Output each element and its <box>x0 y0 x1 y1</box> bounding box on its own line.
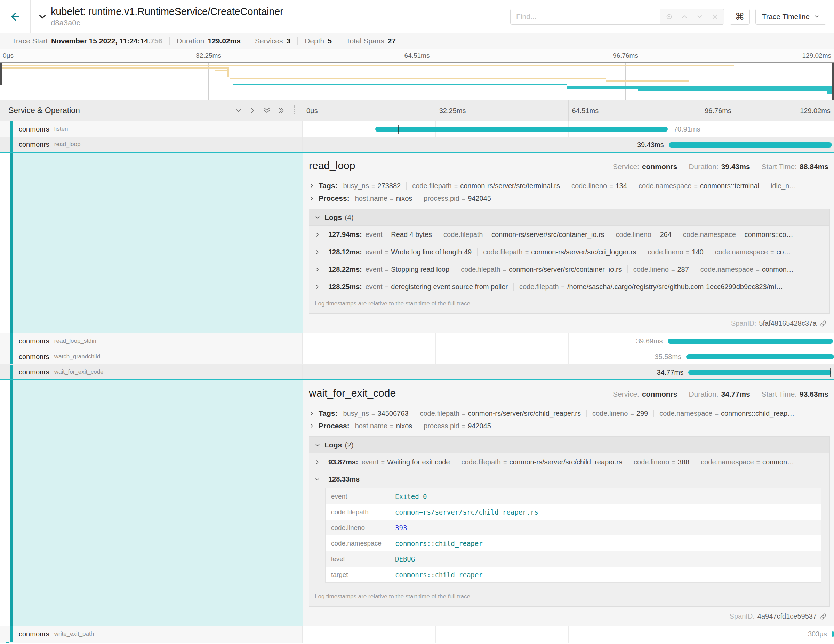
keyboard-shortcuts-button[interactable]: ⌘ <box>730 9 750 25</box>
summary-label: Duration <box>177 37 204 45</box>
detail-meta-item: Duration:39.43ms <box>683 162 750 171</box>
log-field-pair: code.lineno=264 <box>610 231 677 238</box>
detail-body: read_loop Service:conmonrsDuration:39.43… <box>302 153 834 333</box>
tags-row[interactable]: Tags: busy_ns=273882code.filepath=conmon… <box>309 181 830 190</box>
summary-value: 5 <box>328 37 332 45</box>
summary-value: November 15 2022, 11:24:14 <box>51 37 148 45</box>
back-button[interactable] <box>0 0 31 33</box>
span-detail-title: wait_for_exit_code <box>309 387 396 399</box>
span-detail-title: read_loop <box>309 160 355 172</box>
trace-summary-item: Duration129.02ms <box>170 37 247 45</box>
log-field-pair: code.filepath=/home/sascha/.cargo/regist… <box>513 283 789 291</box>
log-field-value: conmon−rs/server/src/child_reaper.rs <box>395 508 538 516</box>
logs-footnote: Log timestamps are relative to the start… <box>309 295 829 314</box>
summary-label: Services <box>255 37 283 45</box>
clear-find-icon[interactable] <box>711 13 719 21</box>
minimap-tick: 64.51ms <box>404 52 430 60</box>
copy-link-button[interactable] <box>819 320 827 327</box>
tag-pair: idle_n… <box>765 182 807 189</box>
span-duration-bar[interactable] <box>668 338 833 344</box>
span-operation-name: read_loop_stdin <box>54 338 96 345</box>
expand-one-icon[interactable] <box>249 107 257 115</box>
log-field-key: code.filepath <box>325 508 395 516</box>
span-duration-bar[interactable] <box>669 142 832 147</box>
trace-summary-item: Total Spans27 <box>339 37 403 45</box>
tag-pair: busy_ns=273882 <box>343 182 406 189</box>
span-row-write-exit-path[interactable]: conmonrs write_exit_path 303μs <box>0 626 834 642</box>
collapse-one-icon[interactable] <box>234 107 242 115</box>
process-row[interactable]: Process: host.name=nixosprocess.pid=9420… <box>309 422 830 430</box>
log-row[interactable]: 93.87ms: event=Waiting for exit codecode… <box>309 453 829 471</box>
log-timestamp: 128.33ms <box>328 475 360 483</box>
collapse-all-icon[interactable] <box>263 107 271 115</box>
span-duration-bar[interactable] <box>375 127 668 132</box>
tags-row[interactable]: Tags: busy_ns=34506763code.filepath=conm… <box>309 409 830 417</box>
log-field-key: target <box>325 571 395 579</box>
span-operation-name: write_exit_path <box>54 630 94 638</box>
log-rows: 127.94ms: event=Read 4 bytescode.filepat… <box>309 226 829 295</box>
process-pair: host.name=nixos <box>355 422 418 430</box>
timeline-minimap[interactable] <box>0 62 834 100</box>
span-duration-bar[interactable] <box>832 631 834 637</box>
expanded-log-header[interactable]: 128.33ms <box>315 471 824 487</box>
detail-left-rail <box>0 380 302 626</box>
detail-title-row: wait_for_exit_code Service:conmonrsDurat… <box>309 387 830 399</box>
minimap-tick: 129.02ms <box>802 52 831 60</box>
log-row[interactable]: 128.22ms: event=Stopping read loopcode.f… <box>309 261 829 278</box>
log-row[interactable]: 128.25ms: event=deregistering event sour… <box>309 278 829 295</box>
minimap-left-scrubber[interactable] <box>0 63 2 84</box>
meta-value: 34.77ms <box>721 390 750 398</box>
trace-view-selector[interactable]: Trace Timeline <box>755 9 826 25</box>
log-row[interactable]: 128.12ms: event=Wrote log line of length… <box>309 243 829 261</box>
tag-pair: code.filepath=conmon-rs/server/src/termi… <box>406 182 566 189</box>
meta-label: Start Time: <box>762 390 797 398</box>
logs-header[interactable]: Logs (2) <box>309 437 829 453</box>
span-detail-meta: Service:conmonrsDuration:39.43msStart Ti… <box>613 162 828 171</box>
log-field-pair: code.filepath=conmon-rs/server/src/child… <box>456 458 628 466</box>
next-match-icon[interactable] <box>696 13 703 21</box>
span-row-listen[interactable]: conmonrs listen 70.91ms <box>0 121 834 137</box>
trace-summary-item: Depth5 <box>297 37 339 45</box>
minimap-right-scrubber[interactable] <box>832 63 834 100</box>
ruler-tick: 0μs <box>306 107 318 115</box>
span-name-cell: conmonrs read_loop_stdin <box>0 333 302 349</box>
logs-footnote: Log timestamps are relative to the start… <box>309 588 829 607</box>
log-field-key: event <box>325 493 395 500</box>
span-row-wait-for-exit-code[interactable]: conmonrs wait_for_exit_code 34.77ms <box>0 365 834 380</box>
span-service-name: conmonrs <box>19 141 49 149</box>
copy-link-button[interactable] <box>819 613 827 620</box>
logs-title: Logs <box>325 213 342 222</box>
logs-header[interactable]: Logs (4) <box>309 209 829 226</box>
column-resize-handle[interactable] <box>294 105 297 116</box>
logs-section: Logs (2) 93.87ms: event=Waiting <box>309 436 830 607</box>
process-row[interactable]: Process: host.name=nixosprocess.pid=9420… <box>309 194 830 202</box>
meta-value: 39.43ms <box>721 162 750 170</box>
minimap-span-bar <box>230 78 606 79</box>
span-timeline-cell <box>302 642 834 643</box>
trace-title-collapse-toggle[interactable] <box>36 11 49 22</box>
expand-all-icon[interactable] <box>277 107 285 115</box>
log-field-key: code.namespace <box>325 540 395 547</box>
span-duration-bar[interactable] <box>688 370 831 375</box>
log-field-pair: code.lineno=287 <box>627 265 695 273</box>
log-field-row: target conmonrs::child_reaper <box>325 567 821 583</box>
log-marker <box>690 368 690 377</box>
span-duration-bar[interactable] <box>686 354 834 359</box>
span-timeline-cell: 35.58ms <box>302 349 834 364</box>
tag-pair: code.lineno=134 <box>566 182 633 189</box>
span-id-row: SpanID: 5faf48165428c37a <box>309 319 830 327</box>
timeline-ruler: 0μs 32.25ms 64.51ms 96.76ms 129.02ms <box>302 100 834 121</box>
focus-match-icon[interactable] <box>665 13 673 21</box>
prev-match-icon[interactable] <box>680 13 688 21</box>
minimap-span-bar <box>567 86 830 89</box>
log-timestamp: 93.87ms: <box>328 458 358 466</box>
log-field-row: code.lineno 393 <box>325 520 821 536</box>
chevron-down-icon <box>315 477 320 482</box>
detail-meta-item: Start Time:88.84ms <box>756 162 828 171</box>
meta-label: Service: <box>613 162 639 170</box>
span-row-read-loop[interactable]: conmonrs read_loop 39.43ms <box>0 137 834 153</box>
span-row-watch-grandchild[interactable]: conmonrs watch_grandchild 35.58ms <box>0 349 834 365</box>
log-row[interactable]: 127.94ms: event=Read 4 bytescode.filepat… <box>309 226 829 243</box>
find-input[interactable] <box>511 9 660 24</box>
span-row-read-loop-stdin[interactable]: conmonrs read_loop_stdin 39.69ms <box>0 333 834 349</box>
